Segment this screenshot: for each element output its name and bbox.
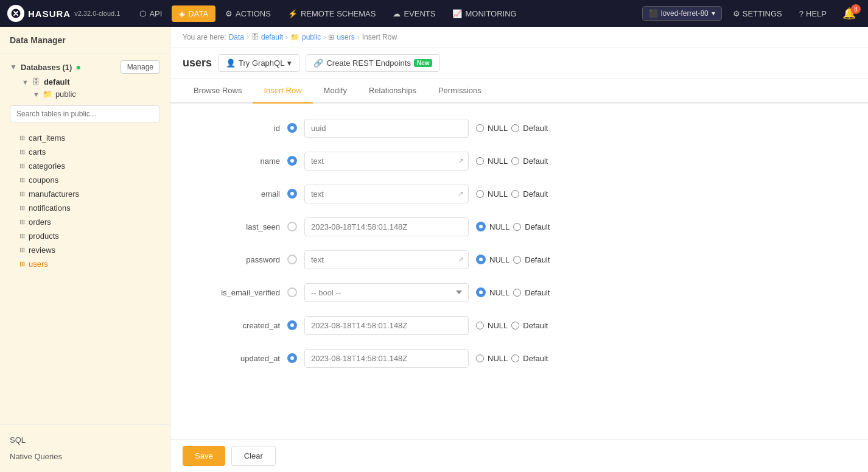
input-updated-at[interactable] xyxy=(304,349,469,368)
input-email[interactable] xyxy=(304,185,469,203)
radio-id-value[interactable] xyxy=(287,123,297,133)
label-null-name: NULL xyxy=(488,157,508,166)
search-input[interactable] xyxy=(10,105,160,122)
breadcrumb-current: Insert Row xyxy=(362,33,397,41)
manage-button[interactable]: Manage xyxy=(121,60,160,74)
expand-icon-password[interactable]: ↗ xyxy=(458,255,464,264)
nav-actions[interactable]: ⚙ ACTIONS xyxy=(218,5,278,22)
table-item-notifications[interactable]: ⊞ notifications xyxy=(15,201,170,215)
table-item-reviews[interactable]: ⊞ reviews xyxy=(15,243,170,257)
radio-id-default[interactable] xyxy=(511,124,519,132)
tab-insert-row[interactable]: Insert Row xyxy=(253,79,312,104)
radio-id-null[interactable] xyxy=(476,124,484,132)
radio-email-null[interactable] xyxy=(476,190,484,198)
breadcrumb-default[interactable]: default xyxy=(261,33,283,41)
breadcrumb-users[interactable]: users xyxy=(337,33,354,41)
radio-is-email-verified-null[interactable] xyxy=(476,287,486,297)
table-item-carts[interactable]: ⊞ carts xyxy=(15,145,170,159)
radio-created-at-null[interactable] xyxy=(476,322,484,329)
label-null-last-seen: NULL xyxy=(489,222,509,231)
table-icon: ⊞ xyxy=(19,176,25,184)
nav-help[interactable]: ? HELP xyxy=(793,5,833,22)
notifications-badge: 8 xyxy=(851,4,861,14)
page-title: users xyxy=(183,57,212,69)
sidebar-sql[interactable]: SQL xyxy=(10,432,160,448)
input-id[interactable] xyxy=(304,119,469,138)
radio-name-null[interactable] xyxy=(476,157,484,165)
graphql-icon: 👤 xyxy=(226,58,236,68)
nav-api[interactable]: ⬡ API xyxy=(132,5,169,22)
radio-email-value[interactable] xyxy=(287,189,297,199)
input-created-at[interactable] xyxy=(304,316,469,335)
radio-updated-at-default[interactable] xyxy=(511,354,519,362)
tab-browse-rows[interactable]: Browse Rows xyxy=(183,79,253,104)
radio-created-at-value[interactable] xyxy=(287,320,297,330)
notifications-button[interactable]: 🔔 8 xyxy=(838,4,861,23)
hasura-logo-icon xyxy=(7,5,24,22)
nav-settings[interactable]: ⚙ SETTINGS xyxy=(727,5,788,22)
table-item-users[interactable]: ⊞ users xyxy=(15,257,170,271)
table-item-cart-items[interactable]: ⊞ cart_items xyxy=(15,131,170,145)
label-null-created-at: NULL xyxy=(488,321,508,330)
select-is-email-verified[interactable]: -- bool -- true false xyxy=(304,283,469,302)
tab-permissions[interactable]: Permissions xyxy=(427,79,492,104)
table-item-manufacturers[interactable]: ⊞ manufacturers xyxy=(15,187,170,201)
nav-data[interactable]: ◈ DATA xyxy=(172,5,215,22)
label-default-created-at: Default xyxy=(523,321,548,330)
breadcrumb-data[interactable]: Data xyxy=(229,33,244,41)
field-row-is-email-verified: is_email_verified -- bool -- true false … xyxy=(183,280,856,305)
expand-icon-email[interactable]: ↗ xyxy=(458,189,464,198)
collapse-icon[interactable]: ▼ xyxy=(10,63,17,71)
radio-created-at-default[interactable] xyxy=(511,322,519,329)
try-graphql-button[interactable]: 👤 Try GraphQL ▾ xyxy=(218,54,299,72)
field-row-created-at: created_at NULL Default xyxy=(183,313,856,337)
clear-button[interactable]: Clear xyxy=(231,446,276,466)
radio-is-email-verified-value[interactable] xyxy=(287,287,297,297)
field-label-is-email-verified: is_email_verified xyxy=(183,288,280,297)
tabs: Browse Rows Insert Row Modify Relationsh… xyxy=(170,79,868,104)
radio-password-default[interactable] xyxy=(513,256,521,264)
expand-icon-name[interactable]: ↗ xyxy=(458,157,464,165)
create-rest-button[interactable]: 🔗 Create REST Endpoints New xyxy=(306,54,440,72)
label-default-email: Default xyxy=(523,189,548,199)
default-db-row: ▼ 🗄 default xyxy=(22,77,160,86)
radio-is-email-verified-default[interactable] xyxy=(513,289,521,297)
input-name[interactable] xyxy=(304,152,469,171)
radio-last-seen-value[interactable] xyxy=(287,222,297,231)
tab-modify[interactable]: Modify xyxy=(313,79,358,104)
db-folder-icon: 🗄 xyxy=(32,77,40,86)
db-name: default xyxy=(44,77,70,86)
label-null-updated-at: NULL xyxy=(488,354,508,363)
table-item-categories[interactable]: ⊞ categories xyxy=(15,159,170,173)
breadcrumb-public[interactable]: public xyxy=(302,33,321,41)
radio-name-default[interactable] xyxy=(511,157,519,165)
env-badge[interactable]: ⬛ loved-ferret-80 ▾ xyxy=(642,6,722,21)
radio-name-value[interactable] xyxy=(287,156,297,166)
field-label-created-at: created_at xyxy=(183,321,280,330)
new-badge: New xyxy=(414,59,433,67)
radio-last-seen-default[interactable] xyxy=(513,223,521,231)
radio-password-value[interactable] xyxy=(287,255,297,264)
schema-folder-icon: 📁 xyxy=(43,90,52,99)
settings-icon: ⚙ xyxy=(733,9,740,18)
nav-monitoring[interactable]: 📈 MONITORING xyxy=(445,5,523,22)
radio-last-seen-null[interactable] xyxy=(476,222,486,231)
radio-email-default[interactable] xyxy=(511,190,519,198)
tab-relationships[interactable]: Relationships xyxy=(358,79,427,104)
input-last-seen[interactable] xyxy=(304,217,469,236)
nav-events[interactable]: ☁ EVENTS xyxy=(385,5,443,22)
table-item-orders[interactable]: ⊞ orders xyxy=(15,215,170,229)
input-password[interactable] xyxy=(304,250,469,269)
nav-remote-schemas[interactable]: ⚡ REMOTE SCHEMAS xyxy=(281,5,383,22)
databases-label: Databases (1) xyxy=(21,63,72,72)
table-item-coupons[interactable]: ⊞ coupons xyxy=(15,173,170,187)
databases-section: ▼ Databases (1) ● Manage ▼ 🗄 default ▼ 📁… xyxy=(0,54,170,129)
db-expand-icon[interactable]: ▼ xyxy=(22,79,29,86)
table-item-products[interactable]: ⊞ products xyxy=(15,229,170,243)
radio-updated-at-value[interactable] xyxy=(287,353,297,363)
schema-public-row[interactable]: ▼ 📁 public xyxy=(33,88,160,100)
save-button[interactable]: Save xyxy=(183,446,225,466)
radio-updated-at-null[interactable] xyxy=(476,354,484,362)
sidebar-native-queries[interactable]: Native Queries xyxy=(10,448,160,465)
radio-password-null[interactable] xyxy=(476,255,486,264)
